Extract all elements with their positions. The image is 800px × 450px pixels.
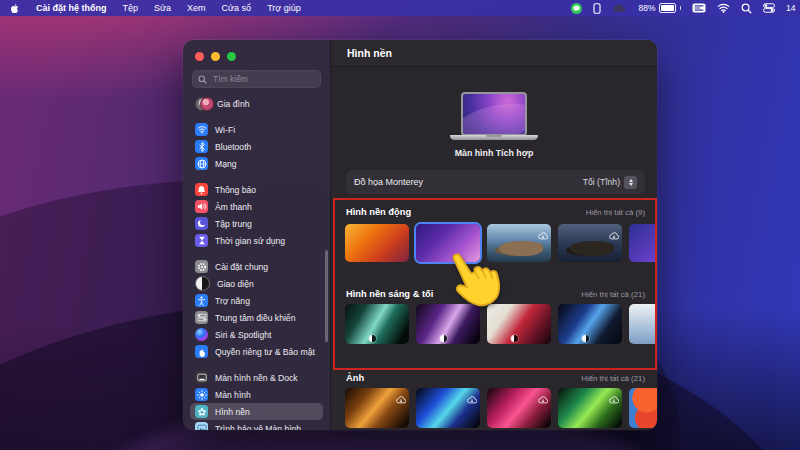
zoom-button[interactable] <box>227 52 236 61</box>
wallpaper-thumbnail[interactable] <box>487 388 551 428</box>
screensaver-icon <box>195 422 208 430</box>
sidebar-item-gia-dinh[interactable]: Gia đình <box>190 95 323 112</box>
menu-tro-giup[interactable]: Trợ giúp <box>267 3 301 13</box>
download-icon <box>467 390 477 408</box>
display-brightness-icon <box>195 388 208 401</box>
sidebar-item-siri-spotlight[interactable]: Siri & Spotlight <box>190 326 323 343</box>
sidebar-item-label: Thời gian sử dụng <box>215 236 285 246</box>
device-icon[interactable] <box>593 3 601 14</box>
sidebar-item-trung-tam-dieu-khien[interactable]: Trung tâm điều khiển <box>190 309 323 326</box>
close-button[interactable] <box>195 52 204 61</box>
popup-stepper-icon <box>624 176 637 189</box>
section-title: Ảnh <box>346 373 364 383</box>
sidebar-item-man-hinh-nen-dock[interactable]: Màn hình nền & Dock <box>190 369 323 386</box>
wallpaper-thumbnail[interactable] <box>345 224 409 262</box>
menu-cua-so[interactable]: Cửa sổ <box>222 3 252 13</box>
sidebar-item-trinh-bao-ve-man-hinh[interactable]: Trình bảo vệ Màn hình <box>190 420 323 430</box>
pointing-hand-cursor <box>437 245 509 325</box>
input-source-icon[interactable] <box>692 3 706 13</box>
sidebar-item-label: Giao diện <box>217 279 254 289</box>
sidebar-item-thoi-gian-su-dung[interactable]: Thời gian sử dụng <box>190 232 323 249</box>
download-icon <box>609 390 619 408</box>
cloud-icon[interactable] <box>612 3 627 13</box>
spotlight-search-icon[interactable] <box>741 3 752 14</box>
sidebar-item-label: Thông báo <box>215 185 256 195</box>
menu-xem[interactable]: Xem <box>187 3 206 13</box>
show-all-link[interactable]: Hiển thị tất cả (21) <box>581 374 645 383</box>
search-field[interactable] <box>192 70 321 88</box>
sidebar-item-label: Màn hình <box>215 390 251 400</box>
download-icon <box>538 390 548 408</box>
sidebar-scrollbar[interactable] <box>325 250 328 342</box>
sidebar-item-thong-bao[interactable]: Thông báo <box>190 181 323 198</box>
menu-app-name[interactable]: Cài đặt hệ thống <box>36 3 107 13</box>
battery-percent: 88% <box>638 3 655 13</box>
search-icon <box>198 75 207 84</box>
content-header: Hình nền <box>331 40 657 67</box>
light-dark-badge-icon <box>582 335 589 342</box>
macbook-base <box>450 135 538 140</box>
wallpaper-icon <box>195 405 208 418</box>
section-photos-header: Ảnh Hiển thị tất cả (21) <box>346 373 645 383</box>
sidebar-item-label: Trình bảo vệ Màn hình <box>215 424 301 431</box>
sidebar-item-label: Trung tâm điều khiển <box>215 313 295 323</box>
minimize-button[interactable] <box>211 52 220 61</box>
sidebar-item-bluetooth[interactable]: Bluetooth <box>190 138 323 155</box>
sidebar-item-am-thanh[interactable]: Âm thanh <box>190 198 323 215</box>
wifi-icon[interactable] <box>717 3 730 13</box>
wallpaper-thumbnail[interactable] <box>558 388 622 428</box>
island-art <box>570 241 615 255</box>
sidebar-item-label: Màn hình nền & Dock <box>215 373 298 383</box>
moon-icon <box>195 217 208 230</box>
sidebar-item-tro-nang[interactable]: Trợ năng <box>190 292 323 309</box>
sidebar-item-wifi[interactable]: Wi-Fi <box>190 121 323 138</box>
wallpaper-thumbnail[interactable] <box>345 304 409 344</box>
sidebar-item-label: Mạng <box>215 159 237 169</box>
control-center-icon[interactable] <box>763 3 775 13</box>
hourglass-icon <box>195 234 208 247</box>
sidebar-item-quyen-rieng-tu[interactable]: Quyền riêng tư & Bảo mật <box>190 343 323 360</box>
bluetooth-icon <box>195 140 208 153</box>
wallpaper-thumbnail[interactable] <box>558 224 622 262</box>
wallpaper-thumbnail[interactable] <box>558 304 622 344</box>
sidebar-item-tap-trung[interactable]: Tập trung <box>190 215 323 232</box>
sidebar-item-mang[interactable]: Mạng <box>190 155 323 172</box>
sidebar-item-giao-dien[interactable]: Giao diện <box>190 275 323 292</box>
wallpaper-mode-select[interactable]: Tối (Tĩnh) <box>583 176 637 189</box>
download-icon <box>396 390 406 408</box>
download-icon <box>609 226 619 244</box>
show-all-link[interactable]: Hiển thị tất cả (9) <box>586 208 645 217</box>
show-all-link[interactable]: Hiển thị tất cả (21) <box>581 290 645 299</box>
sidebar-item-cai-dat-chung[interactable]: Cài đặt chung <box>190 258 323 275</box>
gear-icon <box>195 260 208 273</box>
menu-bar: Cài đặt hệ thống Tệp Sửa Xem Cửa sổ Trợ … <box>0 0 800 16</box>
current-wallpaper-name: Đồ họa Monterey <box>354 177 423 187</box>
wallpaper-thumbnail[interactable] <box>629 224 657 262</box>
wallpaper-thumbnail[interactable] <box>345 388 409 428</box>
sidebar-item-label: Trợ năng <box>215 296 250 306</box>
accessibility-icon <box>195 294 208 307</box>
battery-indicator[interactable]: 88% <box>638 3 681 13</box>
section-title: Hình nền sáng & tối <box>346 289 433 299</box>
search-input[interactable] <box>211 73 315 85</box>
current-wallpaper-row: Đồ họa Monterey Tối (Tĩnh) <box>346 170 645 194</box>
page-title: Hình nền <box>347 47 392 59</box>
sidebar-item-man-hinh[interactable]: Màn hình <box>190 386 323 403</box>
globe-icon <box>195 157 208 170</box>
sidebar-item-label: Cài đặt chung <box>215 262 268 272</box>
speaker-icon <box>195 200 208 213</box>
menu-clock[interactable]: 14 <box>786 3 796 13</box>
battery-tip <box>680 6 682 10</box>
siri-icon <box>195 328 208 341</box>
wallpaper-thumbnail[interactable] <box>629 388 657 428</box>
menu-sua[interactable]: Sửa <box>154 3 171 13</box>
apple-logo-icon[interactable] <box>10 3 20 14</box>
sidebar-item-hinh-nen[interactable]: Hình nền <box>190 403 323 420</box>
chat-icon[interactable] <box>571 3 582 14</box>
family-avatars-icon <box>195 97 210 110</box>
wallpaper-thumbnail[interactable] <box>416 388 480 428</box>
wallpaper-thumbnail[interactable] <box>629 304 657 344</box>
menu-tep[interactable]: Tệp <box>123 3 139 13</box>
sidebar-item-label: Siri & Spotlight <box>215 330 271 340</box>
desktop-dock-icon <box>195 371 208 384</box>
